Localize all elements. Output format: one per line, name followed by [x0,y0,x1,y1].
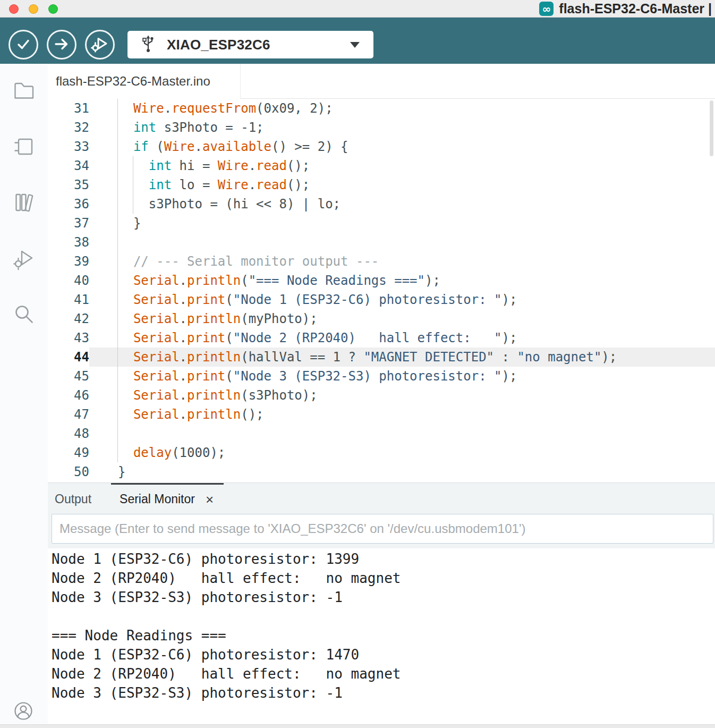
line-number: 42 [48,309,89,328]
line-number: 31 [48,99,89,118]
arduino-logo-icon: ∞ [539,2,554,16]
serial-line [52,607,715,626]
code-text: } [89,214,715,233]
line-number: 38 [48,233,89,252]
right-arrow-icon [53,36,70,54]
code-text [89,233,715,252]
upload-button[interactable] [47,30,76,60]
window-bottom-edge [0,724,715,728]
code-text: delay(1000); [89,443,715,462]
line-number: 39 [48,252,89,271]
line-number: 48 [48,424,89,443]
line-number: 37 [48,214,89,233]
code-text: Serial.println(); [89,405,715,424]
close-icon[interactable]: × [206,493,214,506]
activity-bar [0,64,48,728]
tab-title: flash-ESP32-C6-Master.ino [56,74,210,89]
code-line[interactable]: 38 [48,233,715,252]
code-line[interactable]: 50} [48,462,715,481]
serial-line: Node 2 (RP2040) hall effect: no magnet [52,664,715,683]
code-line[interactable]: 31 Wire.requestFrom(0x09, 2); [48,99,715,118]
close-window-button[interactable] [9,4,19,14]
code-text: s3Photo = (hi << 8) | lo; [89,194,715,214]
debug-button[interactable] [85,30,115,60]
code-text: Serial.print("Node 3 (ESP32-S3) photores… [89,367,715,386]
code-line[interactable]: 42 Serial.println(myPhoto); [48,309,715,328]
code-line[interactable]: 48 [48,424,715,443]
sidebar-item-boards-manager[interactable] [12,134,36,159]
infinity-glyph: ∞ [542,4,551,14]
code-line[interactable]: 43 Serial.print("Node 2 (RP2040) hall ef… [48,328,715,348]
code-line[interactable]: 32 int s3Photo = -1; [48,118,715,137]
serial-line: Node 3 (ESP32-S3) photoresistor: -1 [52,588,715,607]
code-line[interactable]: 46 Serial.println(s3Photo); [48,386,715,405]
window-title: flash-ESP32-C6-Master | [559,1,712,16]
board-selector[interactable]: XIAO_ESP32C6 [127,31,373,58]
profile-button[interactable] [13,700,34,722]
output-tab-label: Output [55,492,91,506]
code-line[interactable]: 49 delay(1000); [48,443,715,462]
bottom-panel-tabs: Output Serial Monitor × [48,483,715,514]
line-number: 49 [48,443,89,462]
code-line[interactable]: 41 Serial.print("Node 1 (ESP32-C6) photo… [48,290,715,309]
sidebar-item-search[interactable] [12,302,36,326]
code-text: Serial.println(s3Photo); [89,386,715,405]
tab-flash-esp32-c6-master-ino[interactable]: flash-ESP32-C6-Master.ino [48,64,241,99]
line-number: 32 [48,118,89,137]
code-editor[interactable]: 31 Wire.requestFrom(0x09, 2);32 int s3Ph… [48,99,715,482]
editor-scrollbar[interactable] [710,100,713,156]
sidebar-item-debug[interactable] [12,246,36,270]
titlebar: ∞ flash-ESP32-C6-Master | [0,0,715,18]
serial-monitor-output: Node 1 (ESP32-C6) photoresistor: 1399Nod… [48,548,715,728]
line-number: 36 [48,194,89,214]
minimize-window-button[interactable] [29,4,38,14]
line-number: 34 [48,156,89,175]
serial-message-input[interactable] [52,514,713,544]
code-line[interactable]: 39 // --- Serial monitor output --- [48,252,715,271]
code-text: Serial.print("Node 1 (ESP32-C6) photores… [89,290,715,309]
code-text [89,424,715,443]
code-text: Serial.print("Node 2 (RP2040) hall effec… [89,328,715,348]
code-line[interactable]: 33 if (Wire.available() >= 2) { [48,137,715,156]
serial-line: Node 1 (ESP32-C6) photoresistor: 1470 [52,645,715,664]
serial-line: Node 3 (ESP32-S3) photoresistor: -1 [52,683,715,702]
code-line[interactable]: 36 s3Photo = (hi << 8) | lo; [48,194,715,214]
line-number: 47 [48,405,89,424]
window-title-group: ∞ flash-ESP32-C6-Master | [539,2,712,16]
serial-line: Node 1 (ESP32-C6) photoresistor: 1399 [52,549,715,569]
code-text: Serial.println("=== Node Readings ==="); [89,271,715,290]
verify-button[interactable] [8,30,38,60]
tab-output[interactable]: Output [48,483,98,514]
code-line[interactable]: 35 int lo = Wire.read(); [48,175,715,194]
code-line[interactable]: 47 Serial.println(); [48,405,715,424]
usb-icon [141,35,155,55]
chevron-down-icon [350,42,360,48]
sidebar-item-library-manager[interactable] [12,190,36,215]
code-text: Wire.requestFrom(0x09, 2); [89,99,715,118]
code-text: int hi = Wire.read(); [89,156,715,175]
bottom-panel-header: Output Serial Monitor × [48,482,715,548]
code-line[interactable]: 37 } [48,214,715,233]
toolbar: XIAO_ESP32C6 [0,18,715,64]
check-icon [15,36,32,54]
line-number: 50 [48,462,89,481]
line-number: 45 [48,367,89,386]
code-line[interactable]: 45 Serial.print("Node 3 (ESP32-S3) photo… [48,367,715,386]
code-line[interactable]: 44 Serial.println(hallVal == 1 ? "MAGNET… [48,348,715,367]
books-icon [12,208,36,216]
code-line[interactable]: 34 int hi = Wire.read(); [48,156,715,175]
code-text: Serial.println(hallVal == 1 ? "MAGNET DE… [89,348,715,367]
zoom-window-button[interactable] [48,4,58,14]
tab-serial-monitor[interactable]: Serial Monitor × [111,483,224,514]
sidebar-item-sketchbook[interactable] [12,79,36,103]
person-icon [13,715,34,723]
debug-play-gear-icon [91,36,109,54]
search-icon [12,320,36,328]
line-number: 35 [48,175,89,194]
chip-icon [12,153,36,160]
serial-monitor-tab-label: Serial Monitor [120,492,195,506]
line-number: 40 [48,271,89,290]
code-line[interactable]: 40 Serial.println("=== Node Readings ===… [48,271,715,290]
line-number: 41 [48,290,89,309]
debug-icon [12,264,36,272]
